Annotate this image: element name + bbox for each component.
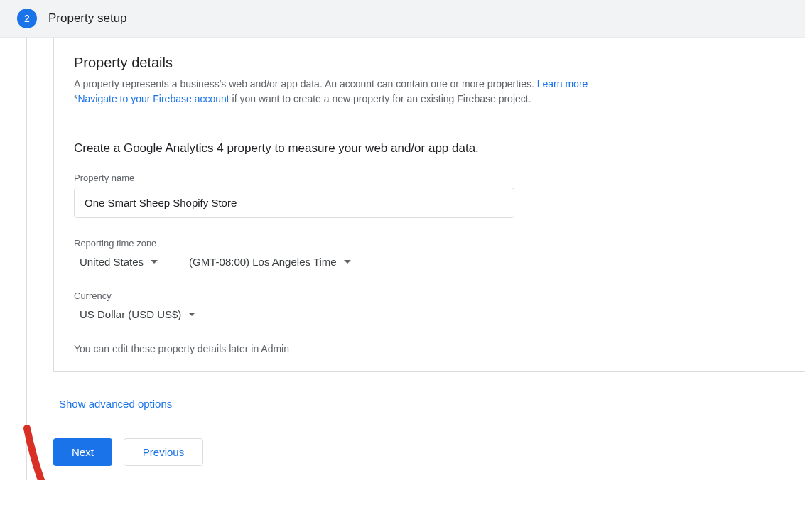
currency-dropdown[interactable]: US Dollar (USD US$) — [74, 305, 201, 323]
caret-down-icon — [151, 260, 158, 264]
timezone-field: Reporting time zone United States (GMT-0… — [74, 238, 785, 271]
timezone-value-dropdown[interactable]: (GMT-08:00) Los Angeles Time — [183, 253, 357, 271]
property-details-description: A property represents a business's web a… — [74, 77, 785, 107]
form-subheading: Create a Google Analytics 4 property to … — [74, 141, 785, 156]
timezone-country-value: United States — [80, 256, 144, 268]
step-number-badge: 2 — [17, 9, 37, 28]
firebase-suffix: if you want to create a new property for… — [229, 93, 531, 104]
below-card-area: Show advanced options Next Previous — [59, 372, 805, 480]
property-details-heading: Property details — [74, 55, 785, 71]
stepper-vertical-line — [26, 38, 27, 480]
property-card: Property details A property represents a… — [53, 38, 805, 372]
firebase-account-link[interactable]: Navigate to your Firebase account — [77, 93, 229, 104]
show-advanced-options-link[interactable]: Show advanced options — [59, 398, 172, 410]
step-header: 2 Property setup — [0, 0, 805, 38]
property-name-input[interactable] — [74, 188, 514, 218]
property-name-label: Property name — [74, 173, 785, 183]
property-name-field: Property name — [74, 173, 785, 218]
description-text: A property represents a business's web a… — [74, 78, 537, 89]
timezone-country-dropdown[interactable]: United States — [74, 253, 163, 271]
timezone-value: (GMT-08:00) Los Angeles Time — [189, 256, 337, 268]
step-title: Property setup — [48, 11, 127, 26]
currency-field: Currency US Dollar (USD US$) — [74, 291, 785, 323]
previous-button[interactable]: Previous — [124, 438, 203, 466]
property-form-section: Create a Google Analytics 4 property to … — [54, 124, 805, 371]
learn-more-link[interactable]: Learn more — [537, 78, 588, 89]
caret-down-icon — [344, 260, 351, 264]
caret-down-icon — [188, 313, 195, 316]
timezone-label: Reporting time zone — [74, 238, 785, 249]
currency-value: US Dollar (USD US$) — [80, 308, 181, 320]
next-button[interactable]: Next — [53, 438, 112, 466]
currency-label: Currency — [74, 291, 785, 301]
edit-later-note: You can edit these property details late… — [74, 343, 785, 354]
property-details-section: Property details A property represents a… — [54, 38, 805, 124]
button-row: Next Previous — [53, 438, 805, 466]
